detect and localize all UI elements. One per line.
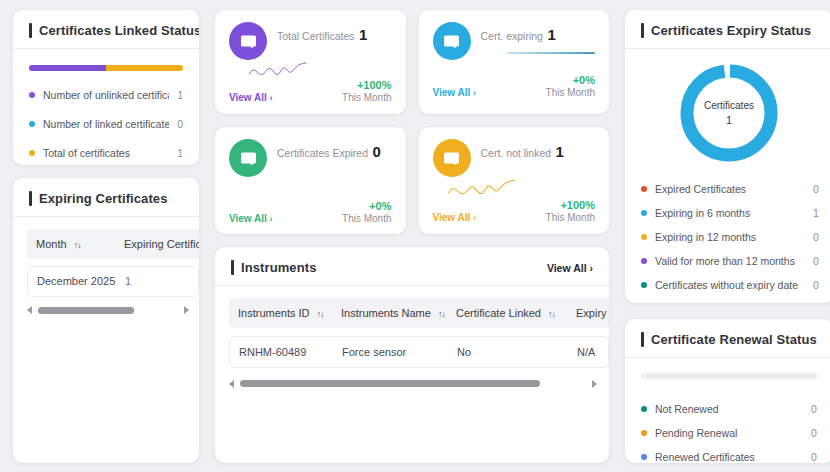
cell-expiry: N/A [577, 346, 608, 358]
legend-label: Expired Certificates [655, 183, 805, 195]
legend-item: Certificates without expiry date 0 [641, 273, 819, 297]
horizontal-scrollbar[interactable] [229, 379, 597, 388]
legend-value: 0 [813, 279, 819, 291]
expiry-status-legend: Expired Certificates 0 Expiring in 6 mon… [625, 171, 830, 297]
legend-item: Expiring in 12 months 0 [641, 225, 819, 249]
chevron-right-icon: › [473, 88, 476, 98]
column-header-instruments-id[interactable]: Instruments ID ↑↓ [238, 307, 341, 319]
legend-label: Not Renewed [655, 403, 803, 415]
scrollbar-thumb[interactable] [38, 307, 134, 314]
view-all-link[interactable]: View All › [229, 92, 273, 103]
legend-value: 0 [813, 231, 819, 243]
kpi-label: Certificates Expired [277, 147, 368, 159]
scrollbar-thumb[interactable] [240, 380, 540, 387]
certificate-icon [433, 22, 471, 60]
sort-icon[interactable]: ↑↓ [438, 309, 445, 319]
legend-item: Expired Certificates 0 [641, 177, 819, 201]
kpi-period: This Month [342, 213, 391, 224]
kpi-row-2: Certificates Expired 0 View All › +0% Th… [215, 127, 609, 234]
chevron-right-icon: › [590, 262, 594, 274]
kpi-period: This Month [546, 87, 595, 98]
legend-item: Total of certificates 1 [29, 147, 183, 159]
bar-segment-unlinked [29, 65, 106, 71]
right-column: Certificates Expiry Status Certificates … [625, 10, 830, 463]
kpi-delta: +100% [546, 199, 595, 211]
kpi-delta: +0% [342, 200, 391, 212]
certificate-renewal-status-card: Certificate Renewal Status Not Renewed 0… [625, 319, 830, 463]
card-title: Instruments [241, 260, 317, 275]
renewal-status-body: Not Renewed 0 Pending Renewal 0 Renewed … [625, 358, 830, 463]
kpi-label: Total Certificates [277, 30, 355, 42]
horizontal-scrollbar[interactable] [27, 306, 189, 315]
view-all-link[interactable]: View All › [547, 262, 593, 274]
column-header-certificate-linked[interactable]: Certificate Linked ↑↓ [456, 307, 576, 319]
scroll-left-arrow-icon[interactable] [229, 380, 234, 388]
sort-icon[interactable]: ↑↓ [317, 309, 324, 319]
card-header: Certificate Renewal Status [625, 319, 830, 357]
table-row[interactable]: RNHM-60489 Force sensor No N/A [229, 336, 609, 368]
column-header-expiry[interactable]: Expiry [576, 307, 609, 319]
column-header-expiring-certificates[interactable]: Expiring Certificates [124, 238, 199, 250]
linked-status-stacked-bar [29, 65, 183, 71]
legend-label: Renewed Certificates [655, 451, 803, 463]
column-header-month[interactable]: Month ↑↓ [36, 238, 124, 250]
legend-label: Expiring in 12 months [655, 231, 805, 243]
title-accent-bar [641, 23, 644, 38]
title-accent-bar [29, 191, 32, 206]
legend-item: Not Renewed 0 [641, 397, 817, 421]
kpi-value: 1 [359, 26, 367, 43]
view-all-link[interactable]: View All › [433, 212, 477, 223]
kpi-label: Cert. not linked [481, 147, 552, 159]
legend-label: Expiring in 6 months [655, 207, 805, 219]
instruments-table: Instruments ID ↑↓ Instruments Name ↑↓ Ce… [215, 286, 609, 463]
cell-instrument-name: Force sensor [342, 346, 457, 358]
kpi-total-certificates: Total Certificates 1 View All › +100% Th… [215, 10, 406, 114]
view-all-link[interactable]: View All › [229, 213, 273, 224]
sparkline-chart [435, 178, 531, 199]
kpi-delta: +100% [342, 79, 391, 91]
legend-dot [29, 121, 35, 127]
card-title: Certificates Expiry Status [651, 23, 811, 38]
kpi-cert-expiring: Cert. expiring 1 View All › +0% This Mon… [419, 10, 610, 114]
cell-certificate-linked: No [457, 346, 577, 358]
legend-dot [641, 430, 647, 436]
expiring-table: Month ↑↓ Expiring Certificates December … [13, 217, 199, 315]
card-header: Certificates Expiry Status [625, 10, 830, 48]
legend-value: 1 [813, 207, 819, 219]
kpi-period: This Month [342, 92, 391, 103]
legend-item: Number of unlinked certificates 1 [29, 89, 183, 101]
title-accent-bar [29, 23, 32, 38]
legend-label: Number of linked certificates [43, 118, 169, 130]
certificates-expiry-status-card: Certificates Expiry Status Certificates … [625, 10, 830, 303]
legend-dot [641, 282, 647, 288]
card-title: Expiring Certificates [39, 191, 168, 206]
expiry-donut-chart: Certificates 1 [677, 61, 781, 165]
column-header-instruments-name[interactable]: Instruments Name ↑↓ [341, 307, 456, 319]
sort-icon[interactable]: ↑↓ [74, 240, 81, 250]
legend-value: 0 [811, 427, 817, 439]
legend-dot [641, 406, 647, 412]
scroll-left-arrow-icon[interactable] [27, 306, 32, 314]
instruments-table-header: Instruments ID ↑↓ Instruments Name ↑↓ Ce… [229, 298, 609, 328]
table-row[interactable]: December 2025 1 [27, 266, 199, 297]
sort-icon[interactable]: ↑↓ [548, 309, 555, 319]
card-title: Certificate Renewal Status [651, 332, 817, 347]
view-all-link[interactable]: View All › [433, 87, 477, 98]
cell-month: December 2025 [37, 273, 125, 290]
chevron-right-icon: › [270, 214, 273, 224]
legend-label: Certificates without expiry date [655, 279, 805, 291]
donut-center-value: 1 [726, 114, 732, 126]
legend-item: Renewed Certificates 0 [641, 445, 817, 463]
kpi-row-1: Total Certificates 1 View All › +100% Th… [215, 10, 609, 114]
legend-item: Pending Renewal 0 [641, 421, 817, 445]
donut-center-label: Certificates [704, 100, 754, 111]
scroll-right-arrow-icon[interactable] [184, 306, 189, 314]
card-header: Certificates Linked Status [13, 10, 199, 48]
legend-dot [641, 210, 647, 216]
title-accent-bar [231, 260, 234, 275]
legend-item: Number of linked certificates 0 [29, 118, 183, 130]
sparkline-chart [231, 61, 327, 79]
kpi-delta: +0% [546, 74, 595, 86]
certificate-icon [229, 139, 267, 177]
scroll-right-arrow-icon[interactable] [592, 380, 597, 388]
